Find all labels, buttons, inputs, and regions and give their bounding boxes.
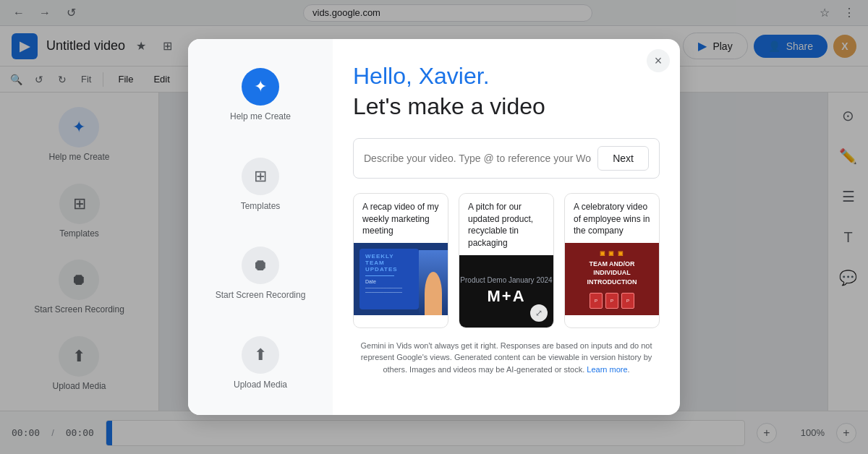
- template-card-weekly-desc: A recap video of my weekly marketing mee…: [354, 194, 448, 243]
- template-card-ma[interactable]: A pitch for our updated product, recycla…: [459, 193, 554, 328]
- modal-nav-help-create-icon: ✦: [242, 68, 279, 106]
- modal-nav-upload-media-icon: ⬆: [242, 336, 279, 374]
- weekly-card-inner: WEEKLY TEAM UPDATES Date ──────────── ──…: [359, 249, 419, 309]
- ma-logo: M+A: [460, 287, 552, 306]
- modal-search-box: Next: [353, 138, 660, 179]
- template-card-weekly[interactable]: A recap video of my weekly marketing mee…: [353, 193, 448, 328]
- team-people: P P P: [565, 293, 659, 309]
- card-expand-button[interactable]: ⤢: [530, 304, 548, 322]
- thumb-ma-content: Product Demo January 2024 M+A: [460, 276, 552, 306]
- team-card-3: P: [621, 293, 634, 309]
- template-thumbnail-team: ▣ ▣ ▣ TEAM AND/OR INDIVIDUAL INTRODUCTIO…: [565, 243, 659, 315]
- weekly-card-title2: UPDATES: [365, 266, 398, 273]
- modal-footer-note: Gemini in Vids won't always get it right…: [353, 340, 660, 376]
- learn-more-link[interactable]: Learn more: [587, 365, 627, 374]
- modal-nav-templates[interactable]: ⊞ Templates: [200, 149, 321, 221]
- weekly-card-title: WEEKLY TEAM: [365, 253, 413, 266]
- modal-subtitle: Let's make a video: [353, 93, 660, 120]
- modal-next-button[interactable]: Next: [597, 146, 649, 171]
- modal-search-input[interactable]: [364, 153, 592, 164]
- weekly-person-area: [419, 250, 448, 315]
- template-card-team-desc: A celebratory video of employee wins in …: [565, 194, 659, 243]
- template-card-team[interactable]: A celebratory video of employee wins in …: [564, 193, 660, 328]
- modal-nav-templates-label: Templates: [241, 201, 281, 213]
- modal-nav-help-create[interactable]: ✦ Help me Create: [200, 59, 321, 132]
- modal-nav-screen-recording[interactable]: ⏺ Start Screen Recording: [200, 238, 321, 310]
- thumb-weekly-bg: WEEKLY TEAM UPDATES Date ──────────── ──…: [354, 243, 448, 315]
- template-cards: A recap video of my weekly marketing mee…: [353, 193, 660, 328]
- modal-nav-upload-media[interactable]: ⬆ Upload Media: [200, 327, 321, 400]
- modal-close-button[interactable]: ×: [647, 49, 670, 72]
- weekly-divider: [365, 275, 394, 276]
- template-thumbnail-ma: Product Demo January 2024 M+A ⤢: [459, 255, 553, 327]
- modal-nav-help-create-label: Help me Create: [230, 111, 291, 123]
- team-title: TEAM AND/OR INDIVIDUAL INTRODUCTION: [565, 260, 659, 287]
- modal-nav-screen-recording-icon: ⏺: [242, 247, 279, 284]
- person-silhouette: [425, 272, 442, 315]
- team-header: ▣ ▣ ▣: [565, 250, 659, 257]
- modal-overlay[interactable]: × ✦ Help me Create ⊞ Templates ⏺ Start S…: [0, 0, 868, 454]
- team-card-1: P: [590, 293, 603, 309]
- weekly-date: Date: [365, 279, 376, 284]
- template-thumbnail-weekly: WEEKLY TEAM UPDATES Date ──────────── ──…: [354, 243, 448, 315]
- modal-nav-upload-media-label: Upload Media: [234, 380, 287, 391]
- thumb-team-bg: ▣ ▣ ▣ TEAM AND/OR INDIVIDUAL INTRODUCTIO…: [565, 243, 659, 315]
- modal-left-panel: ✦ Help me Create ⊞ Templates ⏺ Start Scr…: [188, 39, 333, 415]
- modal-dialog: × ✦ Help me Create ⊞ Templates ⏺ Start S…: [188, 39, 680, 415]
- modal-nav-screen-recording-label: Start Screen Recording: [216, 290, 306, 301]
- weekly-line2: ────────────: [365, 290, 402, 294]
- thumb-team-inner: ▣ ▣ ▣ TEAM AND/OR INDIVIDUAL INTRODUCTIO…: [565, 250, 659, 309]
- modal-nav-templates-icon: ⊞: [242, 158, 279, 195]
- weekly-person-placeholder: [419, 250, 448, 315]
- ma-subtitle: Product Demo January 2024: [460, 276, 552, 284]
- modal-greeting: Hello, Xavier.: [353, 62, 660, 90]
- team-card-2: P: [605, 293, 618, 309]
- template-card-ma-desc: A pitch for our updated product, recycla…: [459, 194, 553, 255]
- modal-right-panel: Hello, Xavier. Let's make a video Next A…: [333, 39, 680, 415]
